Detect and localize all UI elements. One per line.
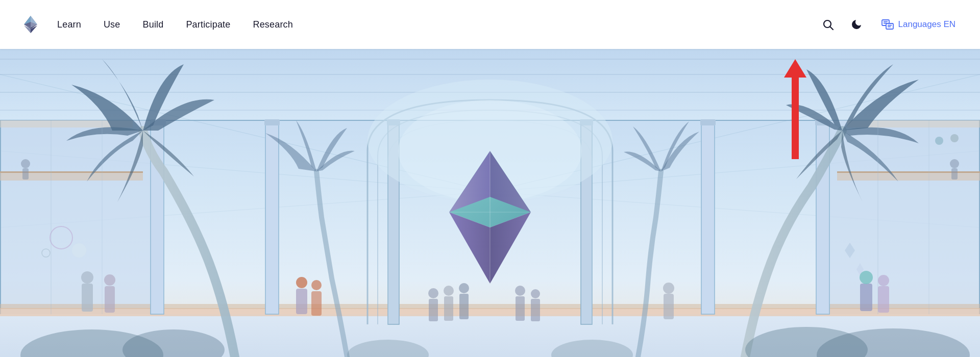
svg-point-97 [878, 275, 889, 286]
svg-rect-34 [0, 308, 980, 316]
nav-item-research[interactable]: Research [253, 19, 292, 30]
svg-rect-44 [265, 120, 279, 314]
svg-point-93 [663, 283, 674, 294]
svg-rect-90 [531, 299, 540, 321]
svg-rect-84 [444, 296, 453, 321]
nav-links: Learn Use Build Participate Research [57, 19, 820, 30]
svg-point-77 [104, 274, 115, 286]
svg-point-81 [311, 280, 322, 290]
svg-line-9 [830, 27, 833, 30]
language-button[interactable]: Languages EN [877, 16, 960, 33]
svg-point-83 [428, 288, 438, 298]
svg-point-87 [459, 283, 469, 293]
svg-rect-74 [82, 284, 93, 312]
svg-point-85 [444, 286, 454, 296]
svg-rect-39 [837, 171, 980, 173]
search-button[interactable] [820, 16, 836, 33]
svg-point-79 [296, 277, 307, 288]
ethereum-logo[interactable] [20, 14, 41, 35]
nav-item-learn[interactable]: Learn [57, 19, 81, 30]
svg-point-103 [950, 134, 959, 142]
svg-rect-46 [701, 120, 715, 314]
navbar: Learn Use Build Participate Research [0, 0, 980, 49]
svg-rect-94 [860, 284, 872, 311]
svg-rect-99 [22, 168, 29, 180]
svg-point-75 [81, 271, 93, 284]
svg-rect-45 [264, 119, 280, 125]
hero-illustration [0, 49, 980, 357]
svg-rect-80 [311, 291, 322, 316]
svg-point-89 [515, 286, 525, 296]
arrow-shaft [792, 78, 799, 159]
svg-rect-76 [105, 286, 115, 313]
nav-item-participate[interactable]: Participate [186, 19, 230, 30]
svg-point-98 [21, 159, 30, 168]
nav-item-use[interactable]: Use [104, 19, 120, 30]
arrow-head [784, 59, 806, 78]
svg-rect-78 [296, 289, 307, 314]
svg-rect-13 [886, 23, 893, 29]
svg-rect-86 [459, 294, 469, 319]
svg-rect-37 [0, 171, 143, 173]
svg-rect-88 [516, 296, 525, 321]
svg-rect-92 [664, 294, 674, 319]
hero-section [0, 49, 980, 357]
svg-rect-47 [700, 119, 716, 125]
svg-rect-82 [429, 299, 438, 321]
svg-rect-101 [951, 168, 958, 180]
svg-point-100 [950, 159, 959, 168]
language-label: Languages EN [898, 19, 955, 30]
svg-point-95 [860, 271, 873, 284]
svg-rect-35 [0, 304, 980, 309]
svg-point-91 [531, 289, 540, 298]
nav-item-build[interactable]: Build [143, 19, 164, 30]
dark-mode-toggle[interactable] [848, 16, 865, 33]
svg-rect-96 [878, 286, 889, 313]
svg-point-102 [935, 137, 943, 145]
red-arrow-annotation [784, 59, 806, 159]
svg-point-70 [72, 243, 86, 258]
nav-right-controls: Languages EN [820, 16, 960, 33]
